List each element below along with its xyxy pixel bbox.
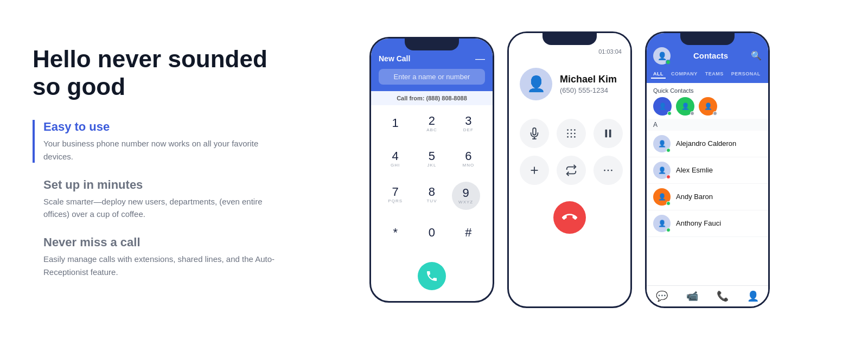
key-1[interactable]: 1 bbox=[379, 111, 412, 137]
contact-row-anthony[interactable]: 👤 Anthony Fauci bbox=[647, 210, 768, 237]
key-4[interactable]: 4GHI bbox=[379, 146, 412, 172]
tab-company[interactable]: COMPANY bbox=[669, 70, 700, 79]
dialer-search-bar[interactable] bbox=[371, 69, 493, 91]
contact-details: Michael Kim (650) 555-1234 bbox=[560, 74, 617, 94]
svg-point-17 bbox=[611, 169, 612, 171]
status-alejandro bbox=[666, 148, 671, 152]
tab-teams[interactable]: TEAMS bbox=[703, 70, 726, 79]
call-actions-grid bbox=[509, 113, 630, 196]
online-indicator bbox=[666, 60, 671, 65]
bottom-nav: 💬 📹 📞 👤 bbox=[647, 285, 768, 306]
dialer-keypad: 1 2ABC 3DEF 4GHI 5JKL 6MNO 7PQRS 8TUV 9W… bbox=[371, 105, 493, 259]
dial-call-button[interactable] bbox=[418, 262, 446, 290]
feature-never-title: Never miss a call bbox=[43, 235, 282, 250]
tab-personal[interactable]: PERSONAL bbox=[729, 70, 763, 79]
quick-contacts-label: Quick Contacts bbox=[653, 87, 762, 94]
key-star[interactable]: * bbox=[379, 220, 412, 246]
quick-avatar-1[interactable]: 👤 bbox=[653, 97, 672, 116]
main-headline: Hello never soundedso good bbox=[33, 46, 282, 100]
feature-setup: Set up in minutes Scale smarter—deploy n… bbox=[33, 178, 282, 221]
contact-row-andy[interactable]: 👤 Andy Baron bbox=[647, 184, 768, 210]
status-dot-2 bbox=[690, 111, 694, 116]
quick-avatars: 👤 👤 👤 bbox=[653, 97, 762, 116]
quick-contacts-section: Quick Contacts 👤 👤 👤 bbox=[647, 83, 768, 119]
list-section-a: A bbox=[647, 119, 768, 131]
key-2[interactable]: 2ABC bbox=[415, 111, 448, 137]
svg-point-5 bbox=[567, 132, 569, 134]
contact-name-alejandro: Alejandro Calderon bbox=[676, 139, 736, 148]
mute-button[interactable] bbox=[520, 119, 549, 148]
status-dot-1 bbox=[667, 111, 672, 116]
contact-name-anthony: Anthony Fauci bbox=[676, 219, 721, 227]
contacts-title: Contacts bbox=[693, 51, 728, 60]
feature-easy-desc: Your business phone number now works on … bbox=[43, 137, 282, 163]
dialer-phone: New Call — Call from: (888) 808-8088 1 2… bbox=[369, 37, 494, 303]
feature-setup-title: Set up in minutes bbox=[43, 178, 282, 192]
status-anthony bbox=[666, 228, 671, 232]
contacts-tabs: ALL COMPANY TEAMS PERSONAL bbox=[647, 70, 768, 83]
contact-name-andy: Andy Baron bbox=[676, 193, 713, 201]
nav-contacts-icon[interactable]: 👤 bbox=[747, 290, 759, 302]
phones-area: New Call — Call from: (888) 808-8088 1 2… bbox=[304, 11, 835, 328]
call-contact-area: 👤 Michael Kim (650) 555-1234 bbox=[509, 59, 630, 113]
contact-avatar-alejandro: 👤 bbox=[653, 135, 671, 152]
contacts-phone: 👤 Contacts 🔍 ALL COMPANY TEAMS PERSONAL … bbox=[645, 31, 770, 308]
more-button[interactable] bbox=[593, 156, 623, 185]
key-8[interactable]: 8TUV bbox=[415, 182, 448, 208]
key-6[interactable]: 6MNO bbox=[452, 146, 485, 172]
quick-avatar-2[interactable]: 👤 bbox=[676, 97, 694, 116]
feature-never-desc: Easily manage calls with extensions, sha… bbox=[43, 253, 282, 278]
dialer-call-area bbox=[371, 259, 493, 301]
svg-point-7 bbox=[574, 132, 576, 134]
end-call-button[interactable] bbox=[553, 201, 586, 234]
nav-video-icon[interactable]: 📹 bbox=[686, 290, 698, 302]
dialer-search-input[interactable] bbox=[379, 69, 485, 85]
tab-all[interactable]: ALL bbox=[651, 70, 666, 79]
status-andy bbox=[666, 201, 671, 206]
key-9[interactable]: 9WXYZ bbox=[452, 182, 480, 210]
key-3[interactable]: 3DEF bbox=[452, 111, 485, 137]
status-alex bbox=[666, 175, 671, 179]
contact-row-alex[interactable]: 👤 Alex Esmlie bbox=[647, 157, 768, 184]
dialer-title: New Call bbox=[379, 54, 410, 63]
hold-button[interactable] bbox=[593, 119, 623, 148]
feature-easy-to-use: Easy to use Your business phone number n… bbox=[33, 120, 282, 163]
key-hash[interactable]: # bbox=[452, 220, 485, 246]
phone3-notch bbox=[680, 33, 735, 45]
key-0[interactable]: 0 bbox=[415, 220, 448, 246]
svg-point-4 bbox=[574, 129, 576, 131]
phone2-notch bbox=[542, 33, 597, 45]
phone1-notch bbox=[405, 39, 459, 50]
feature-setup-desc: Scale smarter—deploy new users, departme… bbox=[43, 195, 282, 221]
add-call-button[interactable] bbox=[520, 156, 549, 185]
user-avatar: 👤 bbox=[653, 47, 671, 65]
active-call-phone: 01:03:04 👤 Michael Kim (650) 555-1234 bbox=[507, 31, 632, 308]
svg-point-9 bbox=[571, 136, 572, 138]
search-icon[interactable]: 🔍 bbox=[751, 50, 762, 61]
svg-point-2 bbox=[567, 129, 569, 131]
svg-point-15 bbox=[604, 169, 605, 171]
transfer-button[interactable] bbox=[557, 156, 586, 185]
svg-rect-11 bbox=[605, 129, 608, 137]
nav-phone-icon[interactable]: 📞 bbox=[717, 290, 729, 302]
status-dot-3 bbox=[713, 111, 717, 116]
contact-row-alejandro[interactable]: 👤 Alejandro Calderon bbox=[647, 131, 768, 157]
dialer-callfrom: Call from: (888) 808-8088 bbox=[371, 91, 493, 105]
svg-point-8 bbox=[567, 136, 569, 138]
svg-point-16 bbox=[608, 169, 609, 171]
nav-messages-icon[interactable]: 💬 bbox=[656, 290, 668, 302]
contact-name-alex: Alex Esmlie bbox=[676, 166, 713, 174]
dialer-minimize[interactable]: — bbox=[475, 54, 485, 63]
svg-point-3 bbox=[571, 129, 572, 131]
svg-point-10 bbox=[574, 136, 576, 138]
keypad-button[interactable] bbox=[557, 119, 586, 148]
contact-avatar-anthony: 👤 bbox=[653, 215, 671, 232]
feature-never-miss: Never miss a call Easily manage calls wi… bbox=[33, 235, 282, 278]
contact-avatar: 👤 bbox=[520, 68, 552, 100]
quick-avatar-3[interactable]: 👤 bbox=[699, 97, 717, 116]
key-7[interactable]: 7PQRS bbox=[379, 182, 412, 208]
feature-easy-title: Easy to use bbox=[43, 120, 282, 134]
contact-phone: (650) 555-1234 bbox=[560, 86, 617, 94]
contact-avatar-andy: 👤 bbox=[653, 188, 671, 206]
key-5[interactable]: 5JKL bbox=[415, 146, 448, 172]
